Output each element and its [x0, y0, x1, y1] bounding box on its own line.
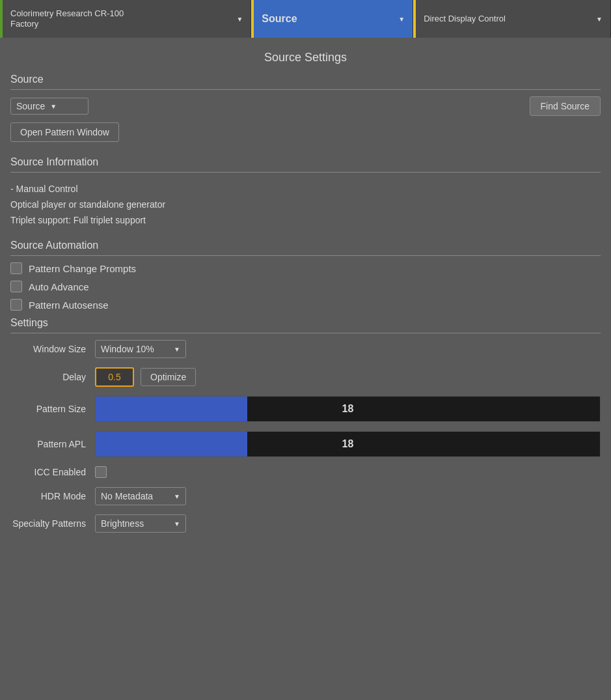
window-size-dropdown-arrow: ▼ — [174, 346, 180, 353]
find-source-button[interactable]: Find Source — [530, 96, 601, 116]
auto-advance-checkbox[interactable] — [10, 281, 22, 292]
pattern-size-bar[interactable]: 18 — [95, 396, 601, 422]
specialty-patterns-dropdown-arrow: ▼ — [174, 520, 180, 527]
pattern-size-label: Pattern Size — [10, 404, 95, 414]
source-info-line-3: Triplet support: Full triplet support — [10, 213, 601, 229]
pattern-size-value: 18 — [96, 403, 600, 415]
delay-input[interactable]: 0.5 — [95, 367, 134, 387]
pattern-apl-bar[interactable]: 18 — [95, 431, 601, 457]
source-info-divider — [10, 172, 601, 173]
tab-source[interactable]: Source ▼ — [251, 0, 413, 38]
pattern-apl-control: 18 — [95, 431, 601, 457]
tab-bar: Colorimetry Research CR-100 Factory ▼ So… — [0, 0, 611, 38]
window-size-dropdown[interactable]: Window 10% ▼ — [95, 340, 186, 358]
tab-direct-display-label: Direct Display Control — [424, 14, 506, 24]
tab-cr100-line1: Colorimetry Research CR-100 — [10, 8, 124, 19]
source-info-line-1: - Manual Control — [10, 182, 601, 197]
specialty-patterns-dropdown-text: Brightness — [101, 518, 170, 529]
pattern-size-control: 18 — [95, 396, 601, 422]
delay-label: Delay — [10, 372, 95, 382]
specialty-patterns-dropdown[interactable]: Brightness ▼ — [95, 514, 186, 533]
pattern-autosense-checkbox[interactable] — [10, 299, 22, 311]
source-section-header: Source — [10, 74, 601, 85]
pattern-autosense-label: Pattern Autosense — [29, 300, 109, 311]
source-automation-divider — [10, 255, 601, 256]
tab-source-label: Source — [262, 12, 297, 25]
source-info-line-2: Optical player or standalone generator — [10, 197, 601, 213]
pattern-apl-value: 18 — [96, 438, 600, 450]
icc-enabled-control — [95, 466, 601, 478]
pattern-apl-label: Pattern APL — [10, 439, 95, 449]
settings-divider — [10, 333, 601, 333]
tab-direct-display[interactable]: Direct Display Control ▼ — [413, 0, 611, 38]
window-size-control: Window 10% ▼ — [95, 340, 601, 358]
icc-enabled-label: ICC Enabled — [10, 467, 95, 477]
source-dropdown-arrow: ▼ — [50, 103, 57, 110]
specialty-patterns-label: Specialty Patterns — [10, 518, 95, 529]
tab-direct-display-arrow: ▼ — [596, 16, 603, 23]
hdr-mode-dropdown-text: No Metadata — [101, 491, 170, 501]
main-content: Source Settings Source Source ▼ Find Sou… — [0, 38, 611, 539]
delay-control: 0.5 Optimize — [95, 367, 601, 387]
source-dropdown-text: Source — [16, 101, 45, 111]
window-size-label: Window Size — [10, 344, 95, 354]
pattern-change-prompts-checkbox[interactable] — [10, 262, 22, 274]
tab-cr100-line2: Factory — [10, 19, 124, 29]
source-automation-section-header: Source Automation — [10, 240, 601, 251]
optimize-button[interactable]: Optimize — [141, 368, 196, 386]
source-info-section-header: Source Information — [10, 156, 601, 168]
source-dropdown[interactable]: Source ▼ — [10, 98, 88, 115]
auto-advance-label: Auto Advance — [29, 281, 89, 292]
pattern-change-prompts-label: Pattern Change Prompts — [29, 263, 136, 274]
source-info: - Manual Control Optical player or stand… — [10, 179, 601, 231]
tab-cr100-arrow: ▼ — [236, 16, 243, 23]
specialty-patterns-control: Brightness ▼ — [95, 514, 601, 533]
hdr-mode-dropdown[interactable]: No Metadata ▼ — [95, 487, 186, 505]
tab-source-arrow: ▼ — [398, 16, 405, 23]
hdr-mode-dropdown-arrow: ▼ — [174, 493, 180, 500]
icc-enabled-checkbox[interactable] — [95, 466, 107, 478]
tab-cr100[interactable]: Colorimetry Research CR-100 Factory ▼ — [0, 0, 251, 38]
checkbox-row-auto-advance: Auto Advance — [10, 281, 601, 292]
open-pattern-window-button[interactable]: Open Pattern Window — [10, 122, 119, 142]
hdr-mode-control: No Metadata ▼ — [95, 487, 601, 505]
page-title: Source Settings — [10, 51, 601, 64]
settings-section-header: Settings — [10, 317, 601, 329]
source-divider — [10, 89, 601, 90]
window-size-dropdown-text: Window 10% — [101, 344, 170, 354]
settings-grid: Window Size Window 10% ▼ Delay 0.5 Optim… — [10, 340, 601, 533]
source-row: Source ▼ Find Source — [10, 96, 601, 116]
hdr-mode-label: HDR Mode — [10, 491, 95, 501]
checkbox-row-pattern-change: Pattern Change Prompts — [10, 262, 601, 274]
checkbox-row-pattern-autosense: Pattern Autosense — [10, 299, 601, 311]
